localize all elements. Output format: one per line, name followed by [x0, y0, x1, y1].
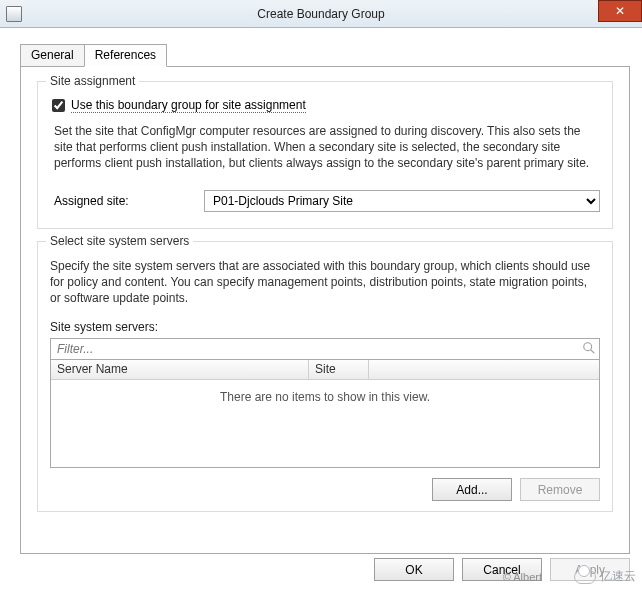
site-assignment-description: Set the site that ConfigMgr computer res… [54, 123, 600, 172]
site-system-servers-label: Site system servers: [50, 320, 600, 334]
window-title: Create Boundary Group [0, 7, 642, 21]
site-system-servers-list[interactable]: Server Name Site There are no items to s… [50, 360, 600, 468]
add-button[interactable]: Add... [432, 478, 512, 501]
dialog-body: General References Site assignment Use t… [0, 28, 642, 589]
list-empty-text: There are no items to show in this view. [51, 380, 599, 404]
group-legend-site-systems: Select site system servers [46, 234, 193, 248]
tab-page-references: Site assignment Use this boundary group … [20, 66, 630, 554]
svg-point-0 [584, 343, 592, 351]
svg-line-1 [591, 350, 595, 354]
column-site[interactable]: Site [309, 360, 369, 379]
group-legend-site-assignment: Site assignment [46, 74, 139, 88]
apply-button: Apply [550, 558, 630, 581]
title-bar: Create Boundary Group ✕ [0, 0, 642, 28]
group-site-assignment: Site assignment Use this boundary group … [37, 81, 613, 229]
cancel-button[interactable]: Cancel [462, 558, 542, 581]
assigned-site-label: Assigned site: [54, 194, 204, 208]
tab-references[interactable]: References [84, 44, 167, 67]
column-server-name[interactable]: Server Name [51, 360, 309, 379]
use-for-site-assignment-label[interactable]: Use this boundary group for site assignm… [71, 98, 306, 113]
close-icon: ✕ [615, 5, 625, 17]
tab-general[interactable]: General [20, 44, 85, 67]
ok-button[interactable]: OK [374, 558, 454, 581]
use-for-site-assignment-checkbox[interactable] [52, 99, 65, 112]
dialog-button-row: OK Cancel Apply [374, 558, 630, 581]
remove-button: Remove [520, 478, 600, 501]
tab-container: General References Site assignment Use t… [20, 44, 630, 554]
site-systems-description: Specify the site system servers that are… [50, 258, 600, 307]
search-icon [582, 341, 596, 355]
close-button[interactable]: ✕ [598, 0, 642, 22]
list-header: Server Name Site [51, 360, 599, 380]
assigned-site-select[interactable]: P01-Djclouds Primary Site [204, 190, 600, 212]
filter-input[interactable] [50, 338, 600, 360]
group-site-systems: Select site system servers Specify the s… [37, 241, 613, 513]
tab-strip: General References [20, 44, 630, 67]
